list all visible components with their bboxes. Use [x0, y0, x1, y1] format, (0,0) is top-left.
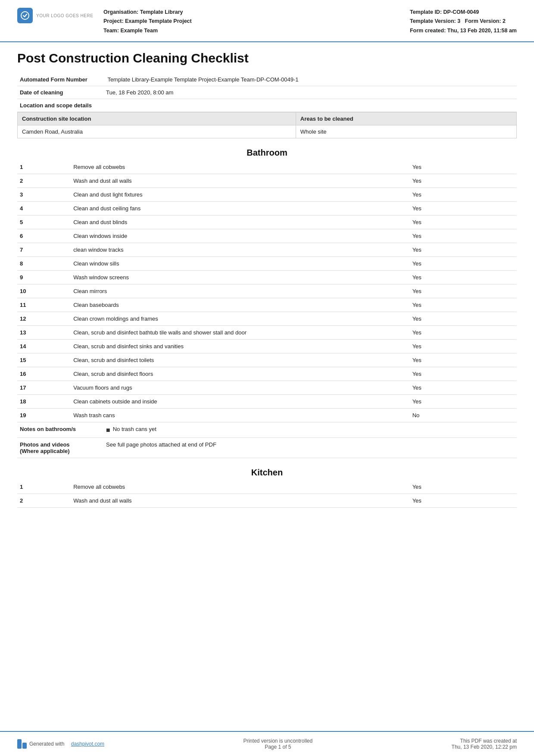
- checklist-row: 11 Clean baseboards Yes: [17, 298, 517, 312]
- item-answer: Yes: [410, 381, 517, 394]
- item-answer: Yes: [410, 187, 517, 201]
- main-content: Post Construction Cleaning Checklist Aut…: [0, 42, 534, 538]
- info-table: Automated Form Number Template Library-E…: [17, 73, 517, 112]
- checklist-row: 9 Wash window screens Yes: [17, 270, 517, 284]
- item-number: 18: [17, 394, 71, 408]
- item-task: Clean, scrub and disinfect sinks and van…: [71, 339, 409, 353]
- footer-right: This PDF was created at Thu, 13 Feb 2020…: [452, 738, 517, 750]
- bathroom-notes-table: Notes on bathroom/s ■ No trash cans yet …: [17, 422, 517, 458]
- scope-col2-value: Whole site: [296, 125, 516, 138]
- date-label: Date of cleaning: [17, 86, 103, 99]
- item-answer: Yes: [410, 325, 517, 339]
- item-number: 14: [17, 339, 71, 353]
- checklist-row: 13 Clean, scrub and disinfect bathtub ti…: [17, 325, 517, 339]
- footer-logo-icon: [17, 739, 27, 749]
- checklist-row: 4 Clean and dust ceiling fans Yes: [17, 201, 517, 215]
- project-value: Example Template Project: [125, 18, 192, 24]
- item-answer: Yes: [410, 270, 517, 284]
- template-version-label: Template Version:: [410, 18, 456, 24]
- item-task: Clean windows inside: [71, 229, 409, 243]
- pdf-created-label: This PDF was created at: [452, 738, 517, 744]
- item-number: 17: [17, 381, 71, 394]
- logo-box: YOUR LOGO GOES HERE: [17, 8, 95, 23]
- item-answer: Yes: [410, 312, 517, 325]
- item-answer: Yes: [410, 201, 517, 215]
- notes-bullet: ■ No trash cans yet: [106, 426, 514, 434]
- item-number: 15: [17, 353, 71, 367]
- scope-col2-header: Areas to be cleaned: [296, 112, 516, 125]
- item-answer: Yes: [410, 174, 517, 187]
- item-number: 9: [17, 270, 71, 284]
- item-number: 1: [17, 160, 71, 174]
- scope-data-row: Camden Road, Australia Whole site: [18, 125, 517, 138]
- checklist-row: 17 Vacuum floors and rugs Yes: [17, 381, 517, 394]
- item-answer: Yes: [410, 284, 517, 298]
- notes-text: No trash cans yet: [113, 426, 156, 432]
- item-number: 5: [17, 215, 71, 229]
- team-value: Example Team: [120, 28, 158, 34]
- logo-icon: [17, 8, 33, 23]
- notes-value: ■ No trash cans yet: [103, 422, 517, 438]
- item-answer: Yes: [410, 160, 517, 174]
- kitchen-checklist: 1 Remove all cobwebs Yes 2 Wash and dust…: [17, 480, 517, 508]
- uncontrolled-text: Printed version is uncontrolled: [243, 738, 312, 744]
- bathroom-heading: Bathroom: [17, 148, 517, 158]
- item-task: Wash window screens: [71, 270, 409, 284]
- notes-row: Notes on bathroom/s ■ No trash cans yet: [17, 422, 517, 438]
- item-number: 11: [17, 298, 71, 312]
- item-task: Clean, scrub and disinfect toilets: [71, 353, 409, 367]
- checklist-row: 16 Clean, scrub and disinfect floors Yes: [17, 367, 517, 381]
- item-number: 13: [17, 325, 71, 339]
- scope-col1-value: Camden Road, Australia: [18, 125, 296, 138]
- generated-text: Generated with: [29, 741, 64, 747]
- item-answer: Yes: [410, 353, 517, 367]
- org-value: Template Library: [140, 9, 183, 15]
- svg-point-0: [21, 12, 29, 19]
- item-answer: Yes: [410, 394, 517, 408]
- location-scope-row: Location and scope details: [17, 99, 517, 112]
- form-version-value: 2: [503, 18, 506, 24]
- checklist-row: 2 Wash and dust all walls Yes: [17, 494, 517, 507]
- checklist-row: 3 Clean and dust light fixtures Yes: [17, 187, 517, 201]
- item-number: 10: [17, 284, 71, 298]
- svg-rect-1: [17, 739, 22, 749]
- checklist-row: 6 Clean windows inside Yes: [17, 229, 517, 243]
- item-number: 4: [17, 201, 71, 215]
- location-scope-label: Location and scope details: [17, 99, 517, 112]
- checklist-row: 19 Wash trash cans No: [17, 408, 517, 422]
- item-task: clean window tracks: [71, 243, 409, 256]
- checklist-row: 10 Clean mirrors Yes: [17, 284, 517, 298]
- item-number: 8: [17, 256, 71, 270]
- checklist-row: 14 Clean, scrub and disinfect sinks and …: [17, 339, 517, 353]
- notes-label: Notes on bathroom/s: [17, 422, 103, 438]
- item-answer: Yes: [410, 243, 517, 256]
- item-answer: Yes: [410, 494, 517, 507]
- photos-value: See full page photos attached at end of …: [103, 437, 517, 458]
- page-text: Page 1 of 5: [243, 744, 312, 750]
- item-number: 19: [17, 408, 71, 422]
- template-version-value: 3: [457, 18, 460, 24]
- item-number: 3: [17, 187, 71, 201]
- automated-form-label: Automated Form Number: [17, 73, 103, 86]
- item-task: Clean, scrub and disinfect floors: [71, 367, 409, 381]
- dashpivot-link[interactable]: dashpivot.com: [71, 741, 104, 747]
- header-meta: Organisation: Template Library Project: …: [103, 8, 401, 35]
- template-id-label: Template ID:: [410, 9, 442, 15]
- svg-rect-2: [22, 743, 27, 749]
- automated-form-value: Template Library-Example Template Projec…: [103, 73, 517, 86]
- item-task: Clean, scrub and disinfect bathtub tile …: [71, 325, 409, 339]
- scope-col1-header: Construction site location: [18, 112, 296, 125]
- checklist-row: 1 Remove all cobwebs Yes: [17, 160, 517, 174]
- checklist-row: 8 Clean window sills Yes: [17, 256, 517, 270]
- date-value: Tue, 18 Feb 2020, 8:00 am: [103, 86, 517, 99]
- team-label: Team:: [103, 28, 119, 34]
- item-task: Clean and dust ceiling fans: [71, 201, 409, 215]
- footer-left: Generated with dashpivot.com: [17, 739, 104, 749]
- item-answer: Yes: [410, 339, 517, 353]
- logo-text: YOUR LOGO GOES HERE: [36, 13, 93, 19]
- item-answer: Yes: [410, 215, 517, 229]
- item-answer: Yes: [410, 256, 517, 270]
- org-label: Organisation:: [103, 9, 138, 15]
- template-id-value: DP-COM-0049: [443, 9, 479, 15]
- item-number: 7: [17, 243, 71, 256]
